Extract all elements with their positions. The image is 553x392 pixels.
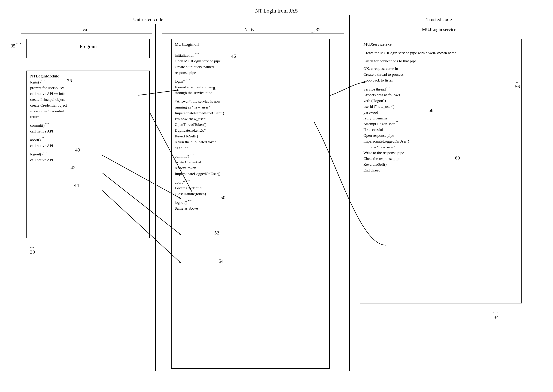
service-top-0: Create the MUJLogin service pipe with a … [363, 50, 518, 56]
native-init-b0: Open MUJLogin service pipe [175, 58, 326, 64]
native-init: initialization [175, 53, 194, 57]
native-login2-6: RevertToSelf() [175, 133, 326, 139]
ref-40: 40 [75, 147, 80, 153]
java-login-b1: call native API w/ info [30, 91, 146, 97]
divider-java-native-b [159, 24, 159, 371]
service-top-1: Listen for connections to that pipe [363, 58, 518, 64]
native-login2-2: ImpersonateNamedPipeClient() [175, 111, 326, 116]
ntloginmodule-box: NTLoginModule login() ⁀ prompt for useri… [27, 70, 150, 238]
ref-34: ‿34 [494, 307, 499, 321]
service-expects: Expects data as follows [363, 92, 518, 98]
service-if-5: RevertToSelf() [363, 162, 518, 167]
service-data-0: verb ("logon") [363, 98, 518, 104]
java-abort-b0: call native API [30, 143, 146, 148]
mujservice-box: MUJService.exe Create the MUJLogin servi… [360, 39, 522, 303]
ref-58: 58 [429, 107, 433, 114]
java-login-b6: return [30, 114, 146, 120]
java-logout: logout() [30, 152, 43, 156]
native-init-end: response pipe [175, 70, 326, 76]
untrusted-label: Untrusted code [113, 16, 183, 23]
native-login2-4: OpenThreadToken() [175, 122, 326, 127]
service-if-2: I'm now "new_user" [363, 145, 518, 150]
ref-56: ‿56 [515, 76, 520, 90]
native-login2-0: *Answer*, the service is now [175, 99, 326, 104]
ref-35: 35 ⁀ [11, 42, 21, 49]
ref-42: 42 [70, 164, 76, 171]
page-title: NT Login from JAS [255, 7, 298, 14]
service-attempt: Attempt LogonUser [363, 122, 395, 126]
rule-native [162, 34, 344, 34]
service-title: MUJService.exe [363, 42, 518, 48]
service-if-1: ImpersonateLoggedOnUser() [363, 139, 518, 144]
java-commit-b0: call native API [30, 129, 146, 134]
native-login2-5: DuplicateTokenEx() [175, 128, 326, 133]
rule-top-left [21, 24, 344, 24]
service-data-1: userid ("new_user") [363, 104, 518, 109]
java-abort: abort() [30, 138, 41, 142]
ntloginmodule-title: NTLoginModule [30, 73, 146, 79]
native-col-label: Native [233, 27, 268, 33]
native-commit: commit() [175, 154, 189, 158]
program-box: Program [27, 39, 150, 58]
ref-52: 52 [214, 229, 219, 236]
rule-top-right [356, 24, 522, 24]
native-commit-b1: retrieve token [175, 165, 326, 171]
java-login-b0: prompt for userid/PW [30, 85, 146, 91]
service-top-3: Create a thread to process [363, 72, 518, 77]
native-commit-b0: locate Credential [175, 160, 326, 165]
ref-50: 50 [221, 194, 225, 201]
divider-untrusted-trusted [349, 15, 350, 371]
service-ifsucc: If successful [363, 127, 518, 133]
native-abort-b0: Locate Credential [175, 185, 326, 191]
native-commit-b2: ImpersonateLoggedOnUser() [175, 171, 326, 177]
rule-java [21, 34, 152, 34]
java-login-b5: store int in Credential [30, 108, 146, 114]
ref-44: 44 [74, 182, 79, 189]
native-login2-7: return the duplicated token [175, 139, 326, 145]
native-logout: logout() [175, 200, 187, 205]
ref-54: 54 [219, 258, 224, 265]
ref-46: 46 [231, 53, 236, 59]
native-login1-0: Format a request and send it [175, 84, 326, 90]
service-if-3: Write to the response pipe [363, 150, 518, 156]
native-abort-b1: CloseHandle(token) [175, 191, 326, 197]
service-top-2: OK, a request came in [363, 66, 518, 71]
java-login: login() [30, 80, 41, 84]
service-if-4: Close the response pipe [363, 156, 518, 161]
program-label: Program [80, 44, 97, 49]
native-login2-3: I'm now "new_user" [175, 116, 326, 122]
divider-java-native-a [155, 24, 156, 371]
java-login-b4: create Credential object [30, 103, 146, 108]
service-end: End thread [363, 168, 518, 173]
java-logout-b0: call native API [30, 157, 146, 163]
native-init-b1: Create a uniquely-named [175, 64, 326, 70]
ref-60: 60 [455, 154, 460, 161]
java-commit: commit() [30, 123, 45, 127]
native-login1-1: through the service pipe [175, 90, 326, 96]
trusted-label: Trusted code [404, 16, 474, 23]
native-logout-b0: Same as above [175, 206, 326, 211]
java-col-label: Java [65, 27, 101, 33]
java-login-b3: create Principal object [30, 97, 146, 102]
service-thread: Service thread [363, 87, 386, 91]
native-login2-1: running as "new_user" [175, 105, 326, 110]
mujlogin-dll-box: MUJLogin.dll initialization ⁀ Open MUJLo… [171, 39, 330, 369]
native-title: MUJLogin.dll [175, 42, 326, 48]
ref-48: 48 [212, 85, 217, 91]
muj-col-label: MUJLogin service [407, 27, 471, 33]
native-login2-8: as an int [175, 145, 326, 151]
diagram-page: NT Login from JAS Untrusted code Trusted… [7, 7, 546, 385]
service-if-0: Open response pipe [363, 133, 518, 138]
ref-30: ‿30 [30, 242, 35, 255]
service-data-2: password [363, 110, 518, 115]
service-data-3: reply pipename [363, 116, 518, 121]
native-login: login() [175, 79, 185, 84]
native-abort: abort() [175, 180, 185, 184]
ref-38: 38 [67, 77, 72, 84]
service-top-4: Loop back to listen [363, 78, 518, 83]
ref-32: ‿ 32 [310, 26, 321, 33]
